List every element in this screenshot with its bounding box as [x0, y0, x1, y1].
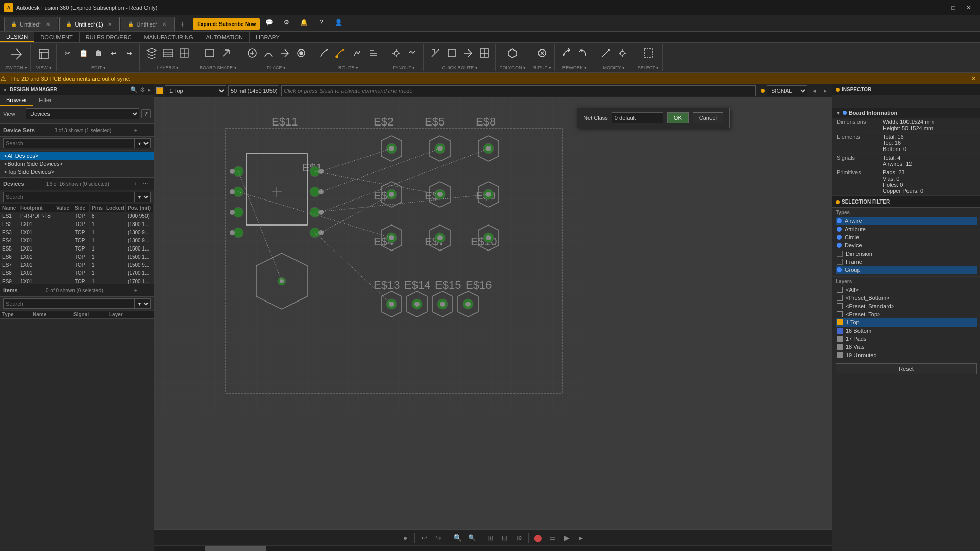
filter-type-airwire[interactable]: Airwire — [836, 217, 977, 225]
user-icon-btn[interactable]: 👤 — [331, 15, 346, 30]
layer-item-19unrouted[interactable]: 19 Unrouted — [836, 351, 977, 359]
device-sets-filter-select[interactable]: ▾ — [135, 138, 151, 148]
undo-button[interactable]: ↩ — [107, 45, 121, 61]
toolbar-tab-library[interactable]: LIBRARY — [250, 32, 286, 42]
devices-search-input[interactable] — [3, 192, 135, 202]
device-row-es5[interactable]: ES51X01TOP1(1500 1... — [0, 245, 154, 253]
copy-button[interactable]: 📋 — [76, 45, 90, 61]
netclass-cancel-button[interactable]: Cancel — [693, 112, 723, 123]
board-shape-button2[interactable] — [218, 45, 234, 61]
route-button2[interactable] — [333, 45, 348, 61]
board-shape-button1[interactable] — [202, 45, 217, 61]
toolbar-tab-manufacturing[interactable]: MANUFACTURING — [138, 32, 200, 42]
stop-button[interactable]: ⬤ — [532, 532, 544, 544]
device-row-es3[interactable]: ES31X01TOP1(1300 9... — [0, 229, 154, 237]
quick-route-button4[interactable] — [477, 45, 492, 61]
items-search-input[interactable] — [3, 298, 135, 309]
view-button[interactable] — [35, 45, 53, 63]
toolbar-tab-document[interactable]: DOCUMENT — [34, 32, 80, 42]
device-row-es7[interactable]: ES71X01TOP1(1500 9... — [0, 261, 154, 269]
place-button4[interactable] — [293, 45, 309, 61]
layer-item-1top[interactable]: 1 Top — [836, 318, 977, 327]
panel-search-icon[interactable]: 🔍 — [130, 86, 138, 93]
hscroll-thumb[interactable] — [205, 546, 266, 551]
filter-type-attribute[interactable]: Attribute — [836, 225, 977, 233]
device-set-item-top[interactable]: <Top Side Devices> — [0, 168, 154, 176]
layer-item-all[interactable]: <All> — [836, 286, 977, 294]
devices-add-button[interactable]: + — [131, 179, 140, 188]
size-input[interactable] — [228, 85, 279, 96]
layer-item-16bottom[interactable]: 16 Bottom — [836, 327, 977, 335]
panel-tab-browser[interactable]: Browser — [0, 95, 33, 106]
view-center-button[interactable]: ● — [399, 532, 411, 544]
signal-select[interactable]: SIGNAL — [767, 85, 807, 96]
device-sets-more-button[interactable]: ⋯ — [141, 126, 151, 135]
fanout-button2[interactable] — [405, 45, 420, 61]
place-button2[interactable] — [261, 45, 276, 61]
canvas-expand-button[interactable]: ◂ — [810, 86, 819, 95]
ripup-button[interactable] — [534, 45, 550, 61]
tab-untitled1[interactable]: 🔒 Untitled* ✕ — [4, 17, 58, 31]
panel-expand-icon[interactable]: ▸ — [148, 86, 151, 93]
device-row-es9[interactable]: ES91X01TOP1(1700 1... — [0, 278, 154, 284]
route-button4[interactable] — [365, 45, 381, 61]
device-row-es6[interactable]: ES61X01TOP1(1500 1... — [0, 253, 154, 261]
add-point-button[interactable]: ⊕ — [513, 532, 525, 544]
select-button[interactable] — [641, 45, 656, 61]
canvas-expand-right[interactable]: ▸ — [821, 86, 830, 95]
filter-type-device[interactable]: Device — [836, 241, 977, 249]
toolbar-tab-design[interactable]: DESIGN — [0, 32, 34, 42]
tab-untitled2[interactable]: 🔒 Untitled*(1) ✕ — [59, 17, 120, 31]
items-more-button[interactable]: ⋯ — [141, 286, 151, 295]
layer-item-preset-standard[interactable]: <Preset_Standard> — [836, 302, 977, 310]
items-filter-select[interactable]: ▾ — [135, 298, 151, 309]
device-row-es4[interactable]: ES41X01TOP1(1300 9... — [0, 237, 154, 245]
grid-button[interactable]: ⊞ — [484, 532, 497, 544]
layer-item-preset-top[interactable]: <Preset_Top> — [836, 310, 977, 318]
tab-close-3[interactable]: ✕ — [161, 21, 168, 28]
maximize-button[interactable]: □ — [946, 3, 961, 13]
device-set-item-all[interactable]: <All Devices> — [0, 152, 154, 160]
device-sets-add-button[interactable]: + — [131, 126, 140, 135]
select-rect-button[interactable]: ▭ — [546, 532, 558, 544]
filter-type-circle[interactable]: Circle — [836, 233, 977, 241]
rework-button2[interactable] — [575, 45, 591, 61]
more-button[interactable]: ▸ — [575, 532, 587, 544]
layers-button1[interactable] — [144, 45, 159, 61]
netclass-ok-button[interactable]: OK — [667, 112, 689, 123]
command-input[interactable] — [281, 85, 756, 96]
toolbar-tab-automation[interactable]: AUTOMATION — [200, 32, 250, 42]
tab-untitled3[interactable]: 🔒 Untitled* ✕ — [121, 17, 175, 31]
quick-route-button3[interactable] — [460, 45, 476, 61]
panel-collapse-icon[interactable]: ◂ — [3, 87, 6, 92]
tab-close-1[interactable]: ✕ — [44, 21, 52, 28]
devices-filter-select[interactable]: ▾ — [135, 192, 151, 202]
toolbar-tab-rules[interactable]: RULES DRC/ERC — [80, 32, 138, 42]
canvas-hscroll[interactable] — [154, 545, 832, 551]
layer-item-preset-bottom[interactable]: <Preset_Bottom> — [836, 294, 977, 302]
layer-item-18vias[interactable]: 18 Vias — [836, 343, 977, 351]
fit-button[interactable]: ⊟ — [499, 532, 511, 544]
add-tab-button[interactable]: + — [176, 18, 189, 31]
polygon-button[interactable] — [505, 45, 520, 61]
filter-type-dimension[interactable]: Dimension — [836, 249, 977, 258]
sync-warning-close[interactable]: ✕ — [971, 75, 976, 82]
minimize-button[interactable]: ─ — [931, 3, 945, 13]
route-button3[interactable] — [349, 45, 364, 61]
device-sets-search-input[interactable] — [3, 138, 135, 148]
view-help-button[interactable]: ? — [141, 109, 151, 118]
place-button3[interactable] — [277, 45, 292, 61]
layer-select[interactable]: 1 Top 16 Bottom 17 Pads — [165, 85, 226, 96]
settings-icon-btn[interactable]: ⚙ — [279, 15, 293, 30]
layer-item-17pads[interactable]: 17 Pads — [836, 335, 977, 343]
tab-close-2[interactable]: ✕ — [106, 21, 113, 28]
close-button[interactable]: ✕ — [962, 3, 976, 13]
pcb-canvas[interactable]: Net Class OK Cancel E$11 E$1 — [154, 97, 832, 529]
items-add-button[interactable]: + — [131, 286, 140, 295]
route-view-button[interactable]: ▶ — [560, 532, 573, 544]
zoom-in-button[interactable]: 🔍 — [451, 532, 463, 544]
board-info-header[interactable]: ▼ Board Information — [832, 108, 980, 118]
fanout-button1[interactable] — [388, 45, 404, 61]
modify-button2[interactable] — [615, 45, 630, 61]
device-set-item-bottom[interactable]: <Bottom Side Devices> — [0, 160, 154, 168]
